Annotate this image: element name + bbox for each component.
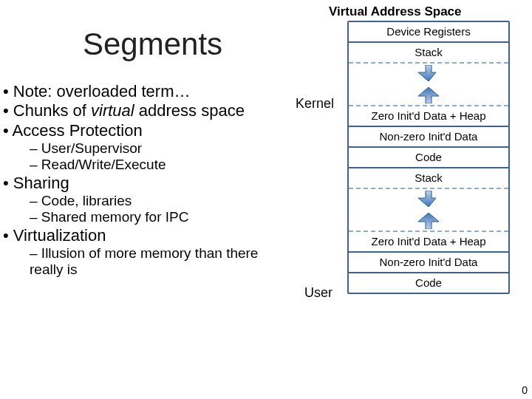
seg-kernel-zero-heap: Zero Init'd Data + Heap: [349, 105, 508, 126]
kernel-gap: [349, 62, 508, 105]
bullet-5: Virtualization: [3, 226, 276, 245]
bullet-4-1: Code, libraries: [30, 193, 276, 209]
arrow-down-icon: [418, 191, 439, 207]
slide-number: 0: [522, 384, 528, 396]
seg-user-code: Code: [349, 273, 508, 293]
seg-kernel-code: Code: [349, 148, 508, 167]
seg-kernel-stack: Stack: [349, 43, 508, 62]
bullet-4-2: Shared memory for IPC: [30, 209, 276, 225]
bullet-2b: virtual: [91, 101, 134, 120]
user-region: Stack Zero Init'd Data + Heap Non-zero I…: [347, 167, 510, 294]
bullet-2: Chunks of virtual address space: [3, 101, 276, 120]
bullet-5-1: Illusion of more memory than there reall…: [30, 245, 276, 278]
arrow-up-icon: [418, 213, 439, 229]
user-gap: [349, 188, 508, 231]
kernel-label: Kernel: [296, 96, 334, 112]
seg-user-zero-heap: Zero Init'd Data + Heap: [349, 231, 508, 251]
bullet-3-2: Read/Write/Execute: [30, 157, 276, 173]
seg-kernel-nonzero: Non-zero Init'd Data: [349, 126, 508, 148]
seg-kernel-device-registers: Device Registers: [349, 22, 508, 43]
seg-user-stack: Stack: [349, 168, 508, 188]
bullet-list: Note: overloaded term… Chunks of virtual…: [3, 81, 276, 278]
arrow-down-icon: [418, 65, 439, 81]
bullet-4: Sharing: [3, 174, 276, 192]
kernel-region: Device Registers Stack Zero Init'd Data …: [347, 21, 510, 168]
address-space-diagram: Device Registers Stack Zero Init'd Data …: [347, 21, 510, 294]
seg-user-nonzero: Non-zero Init'd Data: [349, 251, 508, 273]
page-title: Segments: [83, 27, 222, 62]
bullet-3-1: User/Supervisor: [30, 140, 276, 157]
bullet-1: Note: overloaded term…: [3, 82, 276, 100]
vas-title: Virtual Address Space: [329, 4, 462, 19]
bullet-2a: Chunks of: [13, 101, 91, 120]
arrow-up-icon: [418, 87, 439, 103]
bullet-2c: address space: [134, 101, 245, 120]
user-label: User: [304, 285, 332, 301]
bullet-3: Access Protection: [3, 121, 276, 140]
